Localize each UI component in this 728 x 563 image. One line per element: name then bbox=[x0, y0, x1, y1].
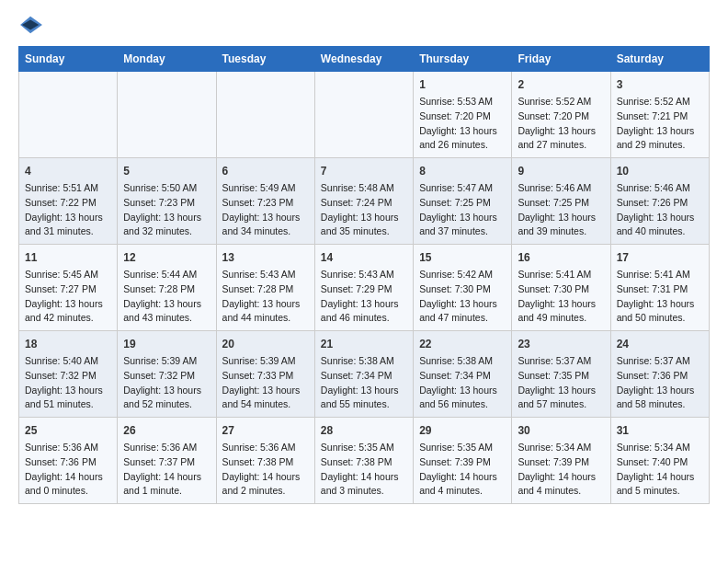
calendar-cell: 27Sunrise: 5:36 AM Sunset: 7:38 PM Dayli… bbox=[216, 418, 314, 504]
day-content: Sunrise: 5:35 AM Sunset: 7:39 PM Dayligh… bbox=[419, 441, 506, 499]
day-content: Sunrise: 5:34 AM Sunset: 7:39 PM Dayligh… bbox=[518, 441, 604, 499]
day-content: Sunrise: 5:46 AM Sunset: 7:26 PM Dayligh… bbox=[617, 181, 703, 239]
calendar-cell: 20Sunrise: 5:39 AM Sunset: 7:33 PM Dayli… bbox=[216, 331, 314, 418]
calendar-cell: 16Sunrise: 5:41 AM Sunset: 7:30 PM Dayli… bbox=[512, 245, 610, 331]
day-number: 11 bbox=[25, 249, 111, 266]
col-header-wednesday: Wednesday bbox=[314, 47, 413, 72]
calendar-cell: 31Sunrise: 5:34 AM Sunset: 7:40 PM Dayli… bbox=[610, 418, 709, 504]
calendar-cell: 11Sunrise: 5:45 AM Sunset: 7:27 PM Dayli… bbox=[19, 245, 118, 331]
calendar-cell: 14Sunrise: 5:43 AM Sunset: 7:29 PM Dayli… bbox=[314, 245, 413, 331]
day-content: Sunrise: 5:42 AM Sunset: 7:30 PM Dayligh… bbox=[419, 268, 506, 326]
calendar-cell: 26Sunrise: 5:36 AM Sunset: 7:37 PM Dayli… bbox=[118, 418, 216, 504]
calendar-cell: 17Sunrise: 5:41 AM Sunset: 7:31 PM Dayli… bbox=[610, 245, 709, 331]
calendar-cell bbox=[19, 72, 118, 158]
calendar-cell: 4Sunrise: 5:51 AM Sunset: 7:22 PM Daylig… bbox=[19, 158, 118, 245]
col-header-thursday: Thursday bbox=[414, 47, 512, 72]
header-row: SundayMondayTuesdayWednesdayThursdayFrid… bbox=[19, 47, 710, 72]
calendar-cell: 13Sunrise: 5:43 AM Sunset: 7:28 PM Dayli… bbox=[216, 245, 314, 331]
col-header-friday: Friday bbox=[512, 47, 610, 72]
calendar-cell: 8Sunrise: 5:47 AM Sunset: 7:25 PM Daylig… bbox=[414, 158, 512, 245]
day-number: 14 bbox=[321, 249, 407, 266]
calendar-cell: 29Sunrise: 5:35 AM Sunset: 7:39 PM Dayli… bbox=[414, 418, 512, 504]
day-number: 6 bbox=[222, 163, 309, 179]
week-row-4: 18Sunrise: 5:40 AM Sunset: 7:32 PM Dayli… bbox=[19, 331, 710, 418]
day-number: 24 bbox=[617, 336, 703, 352]
calendar-cell: 10Sunrise: 5:46 AM Sunset: 7:26 PM Dayli… bbox=[610, 158, 709, 245]
calendar-cell: 25Sunrise: 5:36 AM Sunset: 7:36 PM Dayli… bbox=[19, 418, 118, 504]
day-number: 12 bbox=[123, 249, 210, 266]
day-number: 15 bbox=[419, 249, 506, 266]
day-content: Sunrise: 5:36 AM Sunset: 7:37 PM Dayligh… bbox=[123, 441, 210, 499]
day-number: 31 bbox=[617, 422, 703, 439]
calendar-cell bbox=[216, 72, 314, 158]
day-number: 26 bbox=[123, 422, 210, 439]
day-number: 2 bbox=[518, 76, 604, 93]
day-content: Sunrise: 5:44 AM Sunset: 7:28 PM Dayligh… bbox=[123, 268, 210, 326]
day-content: Sunrise: 5:51 AM Sunset: 7:22 PM Dayligh… bbox=[25, 181, 111, 239]
day-content: Sunrise: 5:43 AM Sunset: 7:29 PM Dayligh… bbox=[321, 268, 407, 326]
day-content: Sunrise: 5:52 AM Sunset: 7:21 PM Dayligh… bbox=[617, 95, 703, 153]
day-number: 22 bbox=[419, 336, 506, 352]
day-number: 3 bbox=[617, 76, 703, 93]
day-content: Sunrise: 5:41 AM Sunset: 7:31 PM Dayligh… bbox=[617, 268, 703, 326]
day-content: Sunrise: 5:46 AM Sunset: 7:25 PM Dayligh… bbox=[518, 181, 604, 239]
col-header-tuesday: Tuesday bbox=[216, 47, 314, 72]
calendar-cell: 6Sunrise: 5:49 AM Sunset: 7:23 PM Daylig… bbox=[216, 158, 314, 245]
col-header-saturday: Saturday bbox=[610, 47, 709, 72]
day-number: 29 bbox=[419, 422, 506, 439]
day-content: Sunrise: 5:35 AM Sunset: 7:38 PM Dayligh… bbox=[321, 441, 407, 499]
day-content: Sunrise: 5:52 AM Sunset: 7:20 PM Dayligh… bbox=[518, 95, 604, 153]
calendar-cell: 15Sunrise: 5:42 AM Sunset: 7:30 PM Dayli… bbox=[414, 245, 512, 331]
day-content: Sunrise: 5:36 AM Sunset: 7:38 PM Dayligh… bbox=[222, 441, 309, 499]
calendar-cell: 2Sunrise: 5:52 AM Sunset: 7:20 PM Daylig… bbox=[512, 72, 610, 158]
day-number: 21 bbox=[321, 336, 407, 352]
calendar-cell: 22Sunrise: 5:38 AM Sunset: 7:34 PM Dayli… bbox=[414, 331, 512, 418]
day-number: 4 bbox=[25, 163, 111, 179]
day-content: Sunrise: 5:38 AM Sunset: 7:34 PM Dayligh… bbox=[321, 354, 407, 412]
day-number: 7 bbox=[321, 163, 407, 179]
calendar-cell: 7Sunrise: 5:48 AM Sunset: 7:24 PM Daylig… bbox=[314, 158, 413, 245]
day-number: 27 bbox=[222, 422, 309, 439]
calendar-cell: 28Sunrise: 5:35 AM Sunset: 7:38 PM Dayli… bbox=[314, 418, 413, 504]
day-content: Sunrise: 5:50 AM Sunset: 7:23 PM Dayligh… bbox=[123, 181, 210, 239]
col-header-monday: Monday bbox=[118, 47, 216, 72]
page-header bbox=[18, 15, 710, 35]
calendar-cell: 21Sunrise: 5:38 AM Sunset: 7:34 PM Dayli… bbox=[314, 331, 413, 418]
calendar-cell: 12Sunrise: 5:44 AM Sunset: 7:28 PM Dayli… bbox=[118, 245, 216, 331]
day-number: 13 bbox=[222, 249, 309, 266]
day-content: Sunrise: 5:43 AM Sunset: 7:28 PM Dayligh… bbox=[222, 268, 309, 326]
logo bbox=[18, 15, 48, 35]
day-content: Sunrise: 5:38 AM Sunset: 7:34 PM Dayligh… bbox=[419, 354, 506, 412]
day-number: 9 bbox=[518, 163, 604, 179]
day-number: 16 bbox=[518, 249, 604, 266]
calendar-cell: 30Sunrise: 5:34 AM Sunset: 7:39 PM Dayli… bbox=[512, 418, 610, 504]
week-row-2: 4Sunrise: 5:51 AM Sunset: 7:22 PM Daylig… bbox=[19, 158, 710, 245]
day-number: 30 bbox=[518, 422, 604, 439]
calendar-cell: 9Sunrise: 5:46 AM Sunset: 7:25 PM Daylig… bbox=[512, 158, 610, 245]
calendar-cell: 24Sunrise: 5:37 AM Sunset: 7:36 PM Dayli… bbox=[610, 331, 709, 418]
col-header-sunday: Sunday bbox=[19, 47, 118, 72]
calendar-cell: 1Sunrise: 5:53 AM Sunset: 7:20 PM Daylig… bbox=[414, 72, 512, 158]
calendar-cell: 19Sunrise: 5:39 AM Sunset: 7:32 PM Dayli… bbox=[118, 331, 216, 418]
day-content: Sunrise: 5:37 AM Sunset: 7:36 PM Dayligh… bbox=[617, 354, 703, 412]
day-content: Sunrise: 5:53 AM Sunset: 7:20 PM Dayligh… bbox=[419, 95, 506, 153]
day-number: 20 bbox=[222, 336, 309, 352]
day-content: Sunrise: 5:39 AM Sunset: 7:33 PM Dayligh… bbox=[222, 354, 309, 412]
day-number: 25 bbox=[25, 422, 111, 439]
week-row-5: 25Sunrise: 5:36 AM Sunset: 7:36 PM Dayli… bbox=[19, 418, 710, 504]
calendar-cell: 5Sunrise: 5:50 AM Sunset: 7:23 PM Daylig… bbox=[118, 158, 216, 245]
day-number: 10 bbox=[617, 163, 703, 179]
day-content: Sunrise: 5:48 AM Sunset: 7:24 PM Dayligh… bbox=[321, 181, 407, 239]
day-content: Sunrise: 5:47 AM Sunset: 7:25 PM Dayligh… bbox=[419, 181, 506, 239]
day-number: 1 bbox=[419, 76, 506, 93]
week-row-3: 11Sunrise: 5:45 AM Sunset: 7:27 PM Dayli… bbox=[19, 245, 710, 331]
day-content: Sunrise: 5:34 AM Sunset: 7:40 PM Dayligh… bbox=[617, 441, 703, 499]
day-content: Sunrise: 5:49 AM Sunset: 7:23 PM Dayligh… bbox=[222, 181, 309, 239]
day-number: 23 bbox=[518, 336, 604, 352]
day-content: Sunrise: 5:40 AM Sunset: 7:32 PM Dayligh… bbox=[25, 354, 111, 412]
day-content: Sunrise: 5:36 AM Sunset: 7:36 PM Dayligh… bbox=[25, 441, 111, 499]
calendar-cell: 3Sunrise: 5:52 AM Sunset: 7:21 PM Daylig… bbox=[610, 72, 709, 158]
calendar-cell bbox=[118, 72, 216, 158]
day-number: 28 bbox=[321, 422, 407, 439]
logo-icon bbox=[18, 15, 44, 35]
